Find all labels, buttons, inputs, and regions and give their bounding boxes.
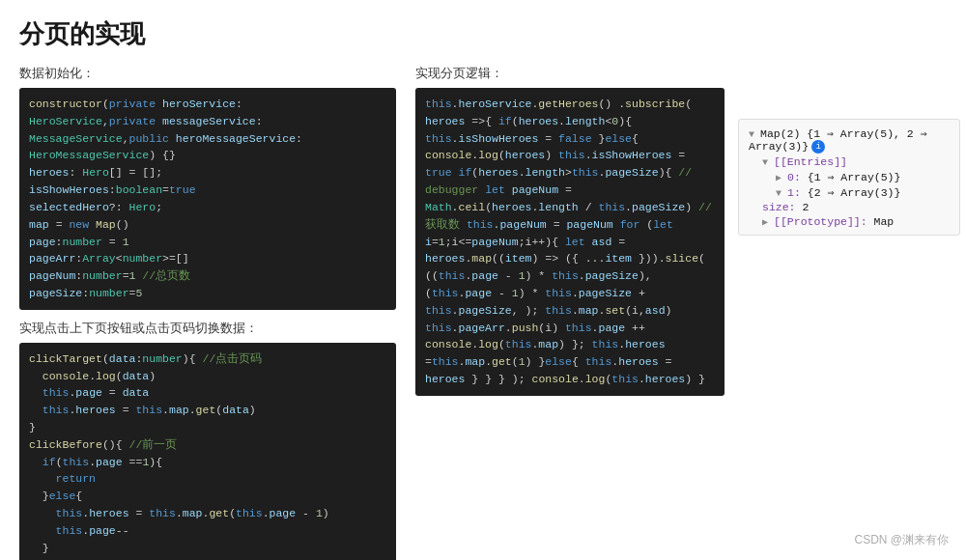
- watermark: CSDN @渊来有你: [854, 532, 949, 548]
- code-block-click: clickTarget(data:number){ //点击页码 console…: [19, 343, 396, 560]
- section1-title: 数据初始化：: [19, 65, 396, 82]
- section-right-title: 实现分页逻辑：: [415, 65, 960, 82]
- left-panel: 数据初始化： constructor(private heroService: …: [19, 57, 396, 559]
- debug-panel: Map(2) {1 ⇒ Array(5), 2 ⇒ Array(3)}i [[E…: [738, 119, 960, 236]
- page-title: 分页的实现: [0, 0, 966, 57]
- section2-title: 实现点击上下页按钮或点击页码切换数据：: [19, 320, 396, 337]
- right-panel: 实现分页逻辑： this.heroService.getHeroes() .su…: [415, 57, 960, 559]
- code-block-init: constructor(private heroService: HeroSer…: [19, 88, 396, 310]
- code-block-logic: this.heroService.getHeroes() .subscribe(…: [415, 88, 724, 396]
- info-icon: i: [811, 140, 825, 154]
